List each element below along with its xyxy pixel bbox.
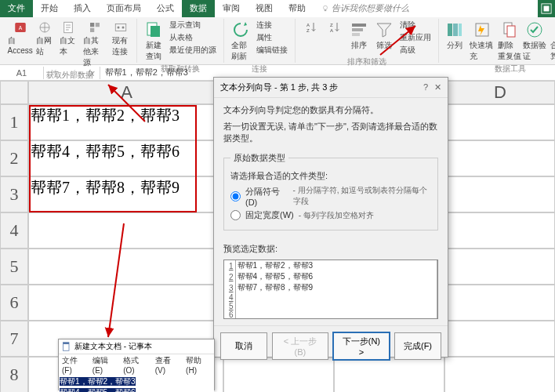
svg-text:A: A [307,23,310,27]
btn-new-query[interactable]: 新建 查询 [142,19,165,64]
clear-filter[interactable]: 清除 [397,19,433,31]
group-sort: AZ ZA 排序 筛选 清除 重新应用 高级 排序和筛选 [296,19,439,63]
btn-remove-dup[interactable]: 删除 重复值 [499,19,522,64]
cell[interactable]: 帮帮1，帮帮2，帮帮3 [28,104,223,140]
btn-text-to-columns[interactable]: 分列 [444,19,466,53]
radio-fixed[interactable] [230,210,241,220]
tab-help[interactable]: 帮助 [281,0,314,17]
btn-sort[interactable]: 排序 [347,19,371,53]
row-header[interactable]: 6 [0,285,28,321]
tab-insert[interactable]: 插入 [66,0,99,17]
btn-next[interactable]: 下一步(N) > [333,332,390,360]
from-table[interactable]: 从表格 [167,31,219,44]
btn-cancel[interactable]: 取消 [220,332,267,360]
ribbon-tabs: 文件 开始 插入 页面布局 公式 数据 审阅 视图 帮助 告诉我你想要做什么 [0,0,555,17]
row-header[interactable]: 5 [0,249,28,285]
cancel-icon: ✕ [50,67,57,78]
cell[interactable] [28,249,223,285]
close-icon[interactable]: ✕ [434,82,441,93]
col-A[interactable]: A [28,81,225,104]
svg-rect-15 [151,26,160,37]
cell[interactable]: 帮帮4，帮帮5，帮帮6 [28,140,223,176]
btn-flash-fill[interactable]: 快速填充 [467,19,496,64]
globe-icon [38,20,52,34]
tab-start[interactable]: 开始 [33,0,66,17]
col-D[interactable]: D [445,81,555,104]
tab-review[interactable]: 审阅 [215,0,248,17]
btn-finish[interactable]: 完成(F) [394,332,441,360]
row-header[interactable]: 2 [0,140,28,176]
dialog-title: 文本分列向导 - 第 1 步, 共 3 步 [220,82,338,93]
row-header[interactable]: 1 [0,104,28,140]
show-queries[interactable]: 显示查询 [167,19,219,31]
group-external-data: A自 Access 自网站 自文本 自其他来源 现有连接 获取外部数据 [3,19,137,63]
tab-layout[interactable]: 页面布局 [99,0,149,17]
tab-data[interactable]: 数据 [182,0,215,17]
row-header[interactable]: 8 [0,357,28,392]
notepad-body[interactable]: 帮帮1，帮帮2，帮帮3帮帮4，帮帮5，帮帮6帮帮7，帮帮8，帮帮9 [59,376,214,392]
advanced[interactable]: 高级 [397,44,433,56]
recent-sources[interactable]: 最近使用的源 [167,44,219,56]
np-help[interactable]: 帮助(H) [186,355,211,375]
cell[interactable] [28,212,223,249]
tab-tell[interactable]: 告诉我你想要做什么 [314,0,417,17]
btn-other[interactable]: 自其他来源 [81,19,107,70]
ribbon-body: A自 Access 自网站 自文本 自其他来源 现有连接 获取外部数据 新建 查… [0,17,555,64]
notepad-titlebar: 新建文本文档 - 记事本 [59,339,214,354]
np-file[interactable]: 文件(F) [62,355,86,375]
refresh-icon [231,20,250,39]
btn-existing[interactable]: 现有连接 [110,19,132,59]
svg-point-12 [117,27,119,29]
svg-rect-8 [90,23,94,27]
btn-prev[interactable]: < 上一步(B) [272,332,328,360]
tab-file[interactable]: 文件 [0,0,33,17]
btn-sort-desc[interactable]: ZA [324,19,346,36]
btn-refresh[interactable]: 全部刷新 [229,19,252,64]
svg-rect-20 [352,24,366,27]
svg-point-13 [122,27,124,29]
svg-text:A: A [18,25,22,31]
cell[interactable]: 帮帮7，帮帮8，帮帮9 [28,176,223,212]
tab-formula[interactable]: 公式 [149,0,182,17]
svg-rect-3 [325,9,327,11]
query-icon [144,20,163,39]
svg-rect-35 [63,343,70,344]
btn-sort-asc[interactable]: AZ [300,19,322,36]
svg-point-2 [324,5,328,9]
check-icon [525,20,544,39]
row-header[interactable]: 7 [0,321,28,357]
original-type-fieldset: 原始数据类型 请选择最合适的文件类型: 分隔符号(D)- 用分隔字符, 如逗号或… [223,152,438,230]
cell[interactable] [28,285,223,321]
bulb-icon [321,5,329,13]
btn-consolidate[interactable]: 合并计算 [548,19,555,64]
btn-text[interactable]: 自文本 [57,19,79,59]
reapply[interactable]: 重新应用 [397,31,433,44]
select-all[interactable] [0,81,28,104]
formula-value[interactable]: 帮帮1，帮帮2，帮帮3 [100,65,193,80]
np-format[interactable]: 格式(O) [123,355,148,375]
svg-text:Z: Z [307,28,310,33]
svg-rect-9 [95,23,99,27]
name-box[interactable]: A1 [0,67,44,79]
np-view[interactable]: 查看(V) [155,355,180,375]
properties[interactable]: 属性 [254,31,290,44]
connections[interactable]: 连接 [254,19,290,31]
dialog-intro1: 文本分列向导判定您的数据具有分隔符。 [223,104,438,116]
svg-rect-10 [90,28,94,32]
preview-box[interactable]: 1帮帮1，帮帮2，帮帮32帮帮4，帮帮5，帮帮63帮帮7，帮帮8，帮帮9456 [223,260,438,319]
btn-web[interactable]: 自网站 [34,19,56,59]
check-icon: ✓ [70,67,77,78]
np-edit[interactable]: 编辑(E) [92,355,117,375]
radio-delimited[interactable] [230,191,241,201]
btn-access[interactable]: A自 Access [8,19,32,56]
sort-icon [350,20,368,39]
row-header[interactable]: 3 [0,176,28,212]
notepad-icon [62,342,71,351]
tab-view[interactable]: 视图 [248,0,281,17]
edit-links[interactable]: 编辑链接 [254,44,290,56]
fx-icon[interactable]: fx [83,67,100,79]
btn-validation[interactable]: 数据验 证 [523,19,546,64]
btn-filter[interactable]: 筛选 [372,19,396,53]
row-header[interactable]: 4 [0,212,28,249]
help-icon[interactable]: ? [423,82,428,93]
